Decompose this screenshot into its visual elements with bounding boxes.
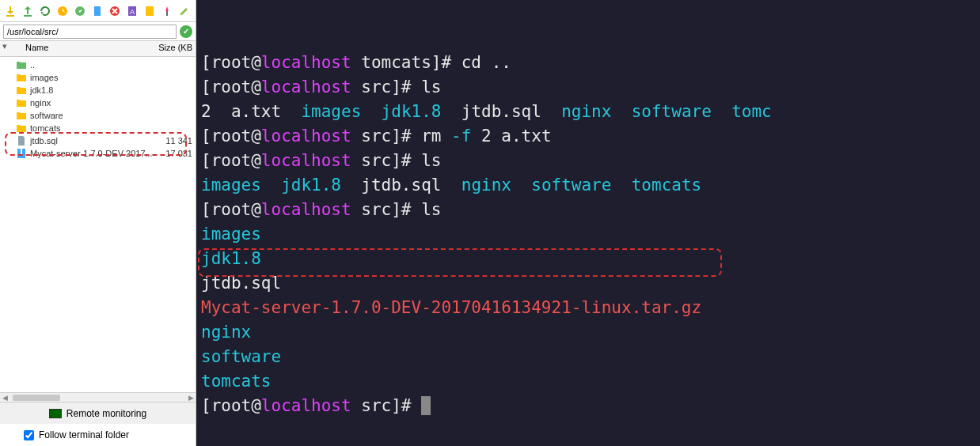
terminal-line: [root@localhost src]# ls	[201, 198, 975, 222]
file-row-tomcats[interactable]: tomcats	[0, 122, 196, 134]
folder-icon	[16, 85, 27, 96]
archive-icon	[16, 148, 27, 159]
follow-terminal-toggle[interactable]: Follow terminal folder	[0, 424, 196, 446]
follow-label: Follow terminal folder	[39, 429, 129, 440]
terminal-line: [root@localhost src]# rm -f 2 a.txt	[201, 124, 975, 149]
newfile-icon[interactable]	[90, 4, 104, 18]
close-icon[interactable]	[108, 4, 122, 18]
toolbar: A	[0, 0, 196, 22]
folder-icon	[16, 123, 27, 134]
file-row-Mycatserver170DEV2017[interactable]: Mycat-server-1.7.0-DEV-2017...17 031	[0, 147, 196, 160]
file-size: 17 031	[153, 149, 192, 158]
file-row-nginx[interactable]: nginx	[0, 96, 196, 109]
column-size[interactable]: Size (KB	[148, 41, 196, 56]
monitor-icon	[49, 409, 62, 418]
path-input[interactable]	[3, 25, 177, 39]
folder-icon	[16, 72, 27, 83]
reconnect-icon[interactable]	[55, 4, 70, 18]
svg-rect-11	[21, 149, 22, 155]
folder-icon	[16, 97, 27, 108]
scroll-right-icon[interactable]: ▶	[186, 394, 196, 402]
file-icon	[16, 135, 27, 146]
file-row-software[interactable]: software	[0, 109, 196, 122]
remote-label: Remote monitoring	[66, 408, 146, 419]
file-label: images	[30, 73, 192, 82]
svg-rect-1	[24, 15, 32, 17]
terminal-line: [root@localhost tomcats]# cd ..	[201, 51, 975, 75]
mark-icon[interactable]	[142, 4, 157, 18]
terminal-line: images	[201, 222, 975, 247]
terminal-line: 2 a.txt images jdk1.8 jtdb.sql nginx sof…	[201, 100, 975, 124]
file-tree: ..imagesjdk1.8nginxsoftwaretomcatsjtdb.s…	[0, 57, 196, 392]
terminal-line: jtdb.sql	[201, 271, 975, 296]
pin-icon[interactable]	[160, 4, 174, 18]
terminal-line: [root@localhost src]# ls	[201, 149, 975, 173]
refresh-icon[interactable]	[38, 4, 52, 18]
terminal-line: Mycat-server-1.7.0-DEV-20170416134921-li…	[201, 296, 975, 320]
h-scrollbar[interactable]: ◀ ▶	[0, 392, 196, 402]
upload-icon[interactable]	[21, 4, 35, 18]
follow-checkbox[interactable]	[24, 430, 34, 440]
terminal-line: software	[201, 345, 975, 369]
file-label: tomcats	[30, 123, 192, 133]
path-confirm-icon[interactable]: ✓	[180, 25, 192, 38]
file-label: Mycat-server-1.7.0-DEV-2017...	[30, 149, 153, 158]
file-label: jdk1.8	[30, 85, 192, 95]
scroll-left-icon[interactable]: ◀	[0, 394, 9, 402]
cursor	[421, 396, 431, 415]
path-bar: ✓	[0, 22, 196, 41]
column-name[interactable]: Name	[9, 41, 148, 56]
svg-rect-0	[6, 15, 14, 17]
file-row-jtdbsql[interactable]: jtdb.sql11 341	[0, 134, 196, 147]
sync-icon[interactable]	[73, 4, 87, 18]
terminal-line: jdk1.8	[201, 247, 975, 271]
terminal-line: tomcats	[201, 369, 975, 394]
terminal-line: [root@localhost src]# ls	[201, 75, 975, 100]
expand-icon[interactable]: ▾	[0, 41, 9, 56]
file-row-up[interactable]: ..	[0, 59, 196, 71]
svg-rect-8	[146, 6, 154, 16]
svg-text:A: A	[130, 8, 135, 16]
file-label: nginx	[30, 98, 192, 108]
file-label: ..	[30, 60, 192, 70]
terminal-line: images jdk1.8 jtdb.sql nginx software to…	[201, 173, 975, 198]
file-label: jtdb.sql	[30, 136, 153, 146]
edit-icon[interactable]	[177, 4, 192, 18]
file-label: software	[30, 111, 192, 120]
svg-rect-4	[94, 6, 101, 16]
file-row-jdk18[interactable]: jdk1.8	[0, 84, 196, 96]
folder-icon	[16, 110, 27, 121]
download-icon[interactable]	[3, 4, 17, 18]
svg-rect-9	[166, 11, 168, 16]
script-icon[interactable]: A	[125, 4, 139, 18]
file-list-header: ▾ Name Size (KB	[0, 41, 196, 57]
file-browser-sidebar: A ✓ ▾ Name Size (KB ..imagesjdk1.8nginxs…	[0, 0, 196, 446]
terminal-line: nginx	[201, 320, 975, 345]
remote-monitoring-button[interactable]: Remote monitoring	[0, 402, 196, 424]
terminal[interactable]: [root@localhost tomcats]# cd ..[root@loc…	[196, 0, 980, 446]
file-size: 11 341	[153, 136, 192, 146]
terminal-line: [root@localhost src]#	[201, 394, 975, 418]
up-icon	[16, 59, 27, 70]
file-row-images[interactable]: images	[0, 71, 196, 84]
scroll-thumb[interactable]	[13, 395, 60, 401]
